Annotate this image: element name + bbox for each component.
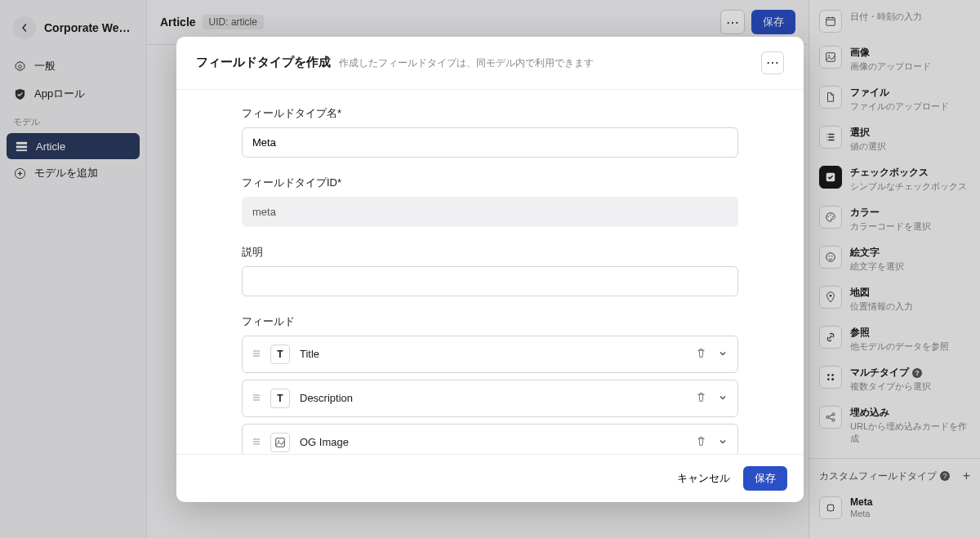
field-row: T Description [242,380,738,417]
field-type-badge: T [270,389,290,408]
modal-menu-button[interactable]: ⋯ [761,51,784,74]
create-field-type-modal: フィールドタイプを作成 作成したフィールドタイプは、同モデル内で利用できます ⋯… [176,37,804,502]
drag-handle-icon[interactable] [252,391,261,406]
field-type-name-input[interactable] [242,127,738,158]
drag-handle-icon[interactable] [252,435,261,450]
field-type-name-label: フィールドタイプ名* [242,106,738,121]
expand-field-button[interactable] [718,347,728,362]
expand-field-button[interactable] [718,391,728,406]
fields-label: フィールド [242,314,738,329]
cancel-button[interactable]: キャンセル [677,471,730,486]
delete-field-button[interactable] [696,347,706,362]
field-type-badge [270,433,290,452]
field-row: OG Image [242,424,738,454]
modal-overlay: フィールドタイプを作成 作成したフィールドタイプは、同モデル内で利用できます ⋯… [0,0,980,538]
modal-save-button[interactable]: 保存 [743,466,787,491]
field-type-id-label: フィールドタイプID* [242,176,738,190]
description-label: 説明 [242,245,738,260]
field-name: Title [300,348,686,360]
delete-field-button[interactable] [696,435,706,450]
modal-subtitle: 作成したフィールドタイプは、同モデル内で利用できます [339,56,594,70]
field-name: OG Image [300,436,686,448]
modal-title: フィールドタイプを作成 [196,55,331,70]
drag-handle-icon[interactable] [252,347,261,362]
field-name: Description [300,392,686,404]
svg-point-23 [278,440,279,442]
field-type-id-input [242,197,738,227]
description-input[interactable] [242,266,738,296]
expand-field-button[interactable] [718,435,728,450]
field-row: T Title [242,336,738,373]
field-type-badge: T [270,345,290,364]
dots-icon: ⋯ [766,55,779,70]
delete-field-button[interactable] [696,391,706,406]
